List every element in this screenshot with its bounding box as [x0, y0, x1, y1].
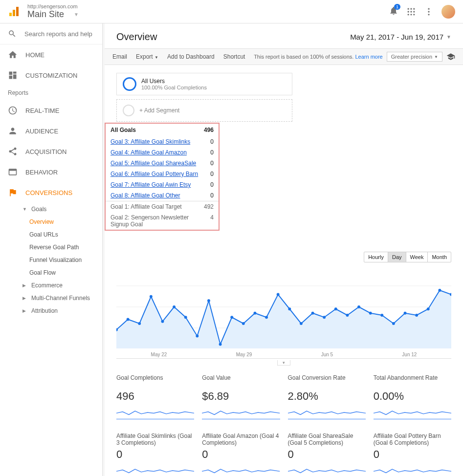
metric-tile[interactable]: Goal Value$6.89: [202, 374, 280, 421]
tab-hourly[interactable]: Hourly: [364, 252, 388, 262]
svg-point-45: [404, 312, 407, 315]
chevron-right-icon: ▶: [22, 283, 27, 288]
svg-point-42: [369, 312, 372, 315]
svg-point-22: [138, 322, 141, 325]
goal-option-link[interactable]: Goal 8: Affiliate Goal Other: [110, 192, 180, 199]
svg-point-35: [288, 307, 291, 310]
notifications-icon[interactable]: 1: [389, 6, 398, 17]
chevron-right-icon: ▶: [22, 308, 27, 313]
nav-attribution[interactable]: ▶Attribution: [15, 304, 102, 317]
segment-title: All Users: [141, 78, 207, 85]
goal-option-link[interactable]: Goal 4: Affiliate Goal Amazon: [110, 149, 187, 156]
segment-circle-icon: [123, 77, 136, 91]
nav-behavior[interactable]: BEHAVIOR: [0, 162, 102, 182]
tab-month[interactable]: Month: [427, 252, 451, 262]
metric-tile[interactable]: Goal Conversion Rate2.80%: [288, 374, 366, 421]
time-granularity-tabs: Hourly Day Week Month: [364, 252, 451, 262]
svg-rect-2: [16, 7, 19, 16]
metric-tile[interactable]: Affiliate Goal Pottery Barn (Goal 6 Comp…: [374, 433, 451, 476]
nav-funnel[interactable]: Funnel Visualization: [24, 254, 102, 266]
metric-label: Affiliate Goal ShareaSale (Goal 5 Comple…: [288, 433, 366, 447]
goal-option-link[interactable]: Goal 5: Affiliate Goal ShareaSale: [110, 160, 196, 167]
precision-select[interactable]: Greater precision▼: [387, 52, 442, 62]
nav-goals-overview[interactable]: Overview: [24, 216, 102, 228]
search-icon: [8, 29, 17, 38]
svg-point-24: [161, 320, 164, 323]
metric-value: 0: [288, 448, 366, 461]
dropdown-header: All Goals: [110, 127, 136, 133]
chevron-down-icon: ▼: [22, 207, 27, 212]
ga-logo-icon: [8, 6, 20, 18]
toolbar-email[interactable]: Email: [112, 53, 127, 60]
nav-goal-urls[interactable]: Goal URLs: [24, 228, 102, 241]
nav-conversions[interactable]: CONVERSIONS: [0, 182, 102, 203]
metric-tile[interactable]: Affiliate Goal Amazon (Goal 4 Completion…: [202, 433, 280, 476]
goal-option-link[interactable]: Goal 7: Affiliate Goal Awin Etsy: [110, 181, 191, 188]
toolbar-export[interactable]: Export ▼: [136, 53, 158, 60]
site-url: http://sengerson.com: [27, 3, 389, 9]
svg-point-36: [300, 322, 303, 325]
reports-label: Reports: [0, 86, 102, 100]
svg-point-44: [392, 322, 395, 325]
more-vert-icon[interactable]: [424, 7, 434, 17]
svg-point-30: [230, 316, 233, 319]
site-selector[interactable]: Main Site ▼: [27, 9, 389, 20]
nav-audience[interactable]: AUDIENCE: [0, 121, 102, 141]
toolbar-shortcut[interactable]: Shortcut: [223, 53, 245, 60]
goal-option-link[interactable]: Goal 3: Affiliate Goal Skimlinks: [110, 138, 190, 145]
clock-icon: [8, 106, 18, 115]
svg-point-27: [196, 335, 198, 338]
segment-subtitle: 100.00% Goal Completions: [141, 85, 207, 90]
chart-x-labels: May 22 May 29 Jun 5 Jun 12: [116, 350, 451, 359]
svg-point-11: [413, 14, 415, 15]
tab-day[interactable]: Day: [388, 252, 406, 262]
svg-point-26: [184, 316, 187, 319]
nav-multichannel[interactable]: ▶Multi-Channel Funnels: [15, 292, 102, 304]
tab-week[interactable]: Week: [406, 252, 428, 262]
goal-option-disabled: Goal 1: Affiliate Goal Target: [110, 203, 182, 210]
chevron-down-icon: ▼: [74, 12, 79, 17]
dashboard-icon: [8, 70, 18, 80]
chevron-down-icon: ▼: [434, 55, 438, 59]
nav-ecommerce[interactable]: ▶Ecommerce: [15, 279, 102, 292]
metric-tile[interactable]: Affiliate Goal Skimlinks (Goal 3 Complet…: [116, 433, 194, 476]
metric-tile[interactable]: Goal Completions496: [116, 374, 194, 421]
nav-goals[interactable]: ▼Goals: [15, 203, 102, 216]
nav-realtime[interactable]: REAL-TIME: [0, 100, 102, 121]
metric-label: Affiliate Goal Pottery Barn (Goal 6 Comp…: [374, 433, 451, 447]
chevron-down-icon: ▼: [446, 34, 451, 40]
metric-tile[interactable]: Total Abandonment Rate0.00%: [374, 374, 451, 421]
nav-home[interactable]: HOME: [0, 44, 102, 65]
segment-all-users[interactable]: All Users 100.00% Goal Completions: [116, 73, 292, 95]
nav-acquisition[interactable]: ACQUISITION: [0, 141, 102, 162]
svg-point-8: [413, 11, 415, 12]
graduation-cap-icon[interactable]: [446, 52, 455, 61]
metric-value: 0: [116, 448, 194, 461]
chevron-down-icon: ▼: [154, 55, 158, 60]
goal-option-link[interactable]: Goal 6: Affiliate Goal Pottery Barn: [110, 171, 198, 177]
share-icon: [8, 147, 18, 156]
svg-rect-16: [9, 169, 17, 171]
apps-icon[interactable]: [406, 7, 416, 17]
add-segment-button[interactable]: + Add Segment: [116, 99, 292, 122]
svg-point-47: [427, 307, 430, 310]
flag-icon: [8, 188, 18, 197]
svg-point-34: [277, 293, 280, 296]
expand-chart-handle[interactable]: ▾: [277, 360, 290, 366]
metric-value: 2.80%: [288, 390, 366, 403]
report-note: This report is based on 100% of sessions…: [254, 54, 383, 60]
chevron-right-icon: ▶: [22, 296, 27, 301]
svg-point-21: [127, 318, 130, 321]
metric-tile[interactable]: Affiliate Goal ShareaSale (Goal 5 Comple…: [288, 433, 366, 476]
learn-more-link[interactable]: Learn more: [355, 54, 382, 60]
svg-point-40: [346, 314, 349, 317]
nav-reverse-goal[interactable]: Reverse Goal Path: [24, 241, 102, 254]
nav-customization[interactable]: CUSTOMIZATION: [0, 65, 102, 86]
search-input[interactable]: [24, 30, 94, 38]
date-range-picker[interactable]: May 21, 2017 - Jun 19, 2017 ▼: [350, 33, 451, 41]
toolbar-add-dashboard[interactable]: Add to Dashboard: [167, 53, 215, 60]
avatar[interactable]: [441, 5, 455, 19]
search-row[interactable]: [0, 23, 102, 44]
nav-goal-flow[interactable]: Goal Flow: [24, 266, 102, 279]
metric-value: 0.00%: [374, 390, 451, 403]
